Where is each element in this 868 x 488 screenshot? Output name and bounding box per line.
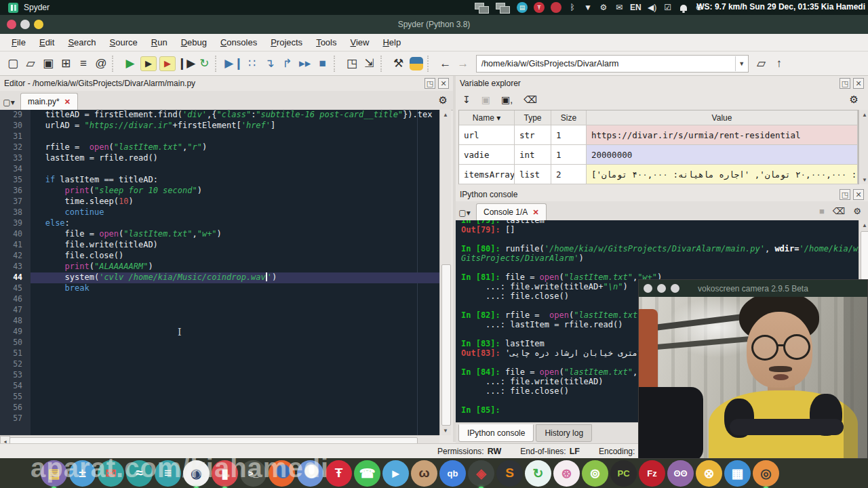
editor-vertical-scrollbar[interactable]: ▲ ▼ [439, 110, 451, 435]
code-line-42[interactable]: 42 file.close() [0, 251, 439, 262]
taskbar-aparat-icon[interactable]: Ŧ [326, 460, 352, 487]
menu-tools[interactable]: Tools [310, 35, 342, 49]
taskbar-gimp-icon[interactable]: ω [411, 460, 437, 487]
step-into-icon[interactable]: ↴ [261, 55, 279, 73]
window-layout-2-icon[interactable] [496, 2, 511, 13]
code-line-54[interactable]: 54 [0, 381, 439, 392]
save-icon[interactable]: ▣ [39, 55, 57, 73]
symbol-finder-icon[interactable]: @ [92, 55, 110, 73]
code-line-51[interactable]: 51 [0, 348, 439, 359]
code-line-43[interactable]: 43 print("ALAAAAARM") [0, 262, 439, 272]
save-all-icon[interactable]: ⊞ [57, 55, 75, 73]
taskbar-text-editor-icon[interactable]: ≡ [155, 460, 181, 487]
taskbar-filezilla-icon[interactable]: Fz [639, 460, 665, 487]
taskbar-media-player-icon[interactable]: ◎ [753, 460, 779, 487]
code-line-32[interactable]: 32 rfile = open("lastItem.txt","r") [0, 142, 439, 153]
language-indicator[interactable]: EN [630, 2, 642, 13]
taskbar-notes-icon[interactable]: ▤ [41, 460, 67, 487]
wifi-icon[interactable]: ▼ [583, 2, 593, 13]
code-line-40[interactable]: 40 file = open("lastItem.txt","w+") [0, 229, 439, 240]
taskbar-system-monitor-icon[interactable]: ≈ [126, 460, 153, 487]
file-switcher-icon[interactable]: ≡ [75, 55, 92, 73]
code-line-53[interactable]: 53 [0, 370, 439, 381]
code-line-41[interactable]: 41 file.write(titleAD) [0, 240, 439, 251]
editor-options-gear-icon[interactable]: ⚙ [439, 94, 448, 106]
continue-icon[interactable]: ▸▸ [296, 55, 314, 73]
menu-edit[interactable]: Edit [33, 35, 60, 49]
menu-search[interactable]: Search [62, 35, 102, 49]
varexp-scrollbar[interactable]: ▲ ▼ [859, 110, 868, 184]
taskbar-calculator-icon[interactable]: ± [69, 460, 96, 487]
run-icon[interactable]: ▶ [121, 55, 139, 73]
restart-kernel-icon[interactable]: ↻ [195, 55, 213, 73]
menu-projects[interactable]: Projects [264, 35, 309, 49]
notes-tray-icon[interactable]: ▤ [517, 2, 528, 13]
column-header-type[interactable]: Type [515, 110, 551, 125]
variable-value[interactable]: 20000000 [587, 145, 858, 165]
preferences-wrench-icon[interactable]: ⚒ [390, 55, 408, 73]
save-data-as-button[interactable]: ▣, [501, 94, 513, 105]
editor-tab-mainpy[interactable]: main.py* ✕ [20, 93, 78, 110]
varexp-undock-icon[interactable]: ◳ [840, 78, 850, 89]
code-editor[interactable]: 29 titleAD = firstElement.find('div',{"c… [0, 110, 439, 435]
taskbar-audio-recorder-icon[interactable]: ▮ [212, 460, 238, 487]
menu-file[interactable]: File [5, 35, 32, 49]
column-header-value[interactable]: Value [587, 110, 858, 125]
scroll-up-arrow[interactable]: ▲ [859, 220, 868, 230]
browse-tabs-button[interactable]: ▢▾ [0, 95, 18, 110]
code-line-36[interactable]: 36 print("sleep for 10 second") [0, 186, 439, 197]
variable-size[interactable]: 1 [551, 145, 587, 165]
stop-debug-icon[interactable]: ■ [314, 55, 332, 73]
editor-undock-icon[interactable]: ◳ [425, 78, 435, 89]
code-line-33[interactable]: 33 lastItem = rfile.read() [0, 153, 439, 164]
code-line-50[interactable]: 50 [0, 338, 439, 348]
remove-variables-button[interactable]: ⌫ [524, 94, 537, 105]
taskbar-telegram-icon[interactable]: ▶ [382, 460, 409, 487]
record-tray-icon[interactable] [551, 2, 561, 13]
tab-history-log[interactable]: History log [536, 424, 592, 442]
variable-type[interactable]: list [515, 165, 551, 184]
code-line-55[interactable]: 55 [0, 392, 439, 403]
code-line-37[interactable]: 37 time.sleep(10) [0, 197, 439, 207]
variable-size[interactable]: 2 [551, 165, 587, 184]
code-line-56[interactable]: 56 [0, 403, 439, 413]
menu-consoles[interactable]: Consoles [214, 35, 263, 49]
rerun-cell-icon[interactable]: ❙▶ [177, 55, 195, 73]
taskbar-android-icon[interactable]: ⊚ [582, 460, 608, 487]
taskbar-mail-icon[interactable]: ✉ [98, 460, 124, 487]
variable-row-itemsArray[interactable]: itemsArraylist2['ودیعه: ۲۰,۰۰۰,۰۰۰ تومان… [459, 165, 858, 184]
browse-directory-icon[interactable]: ▱ [753, 55, 770, 73]
settings-gear-icon[interactable]: ⚙ [599, 2, 608, 13]
step-return-icon[interactable]: ↱ [279, 55, 296, 73]
varexp-close-icon[interactable]: ✕ [853, 78, 864, 89]
new-file-icon[interactable]: ▢ [4, 55, 22, 73]
menu-view[interactable]: View [344, 35, 375, 49]
run-cell-icon[interactable]: ▶ [140, 56, 157, 71]
step-icon[interactable]: ∷ [243, 55, 261, 73]
maximize-pane-icon[interactable]: ◳ [343, 55, 361, 73]
debug-icon[interactable]: ▶❙ [224, 55, 243, 73]
variable-name[interactable]: url [459, 125, 515, 145]
console-undock-icon[interactable]: ◳ [840, 189, 850, 200]
webcam-title-bar[interactable]: vokoscreen camera 2.9.5 Beta [639, 280, 867, 297]
tab-close-icon[interactable]: ✕ [64, 98, 71, 106]
taskbar-pycharm-icon[interactable]: PC [610, 460, 637, 487]
parent-directory-icon[interactable]: ↑ [770, 55, 788, 73]
code-line-30[interactable]: 30 urlAD = "https://divar.ir"+firstEleme… [0, 121, 439, 131]
taskbar-atom-icon[interactable]: ⊛ [553, 460, 580, 487]
code-line-47[interactable]: 47 [0, 305, 439, 316]
code-line-49[interactable]: 49 [0, 327, 439, 338]
variable-size[interactable]: 1 [551, 125, 587, 145]
variable-name[interactable]: vadie [459, 145, 515, 165]
taskbar-chromium-icon[interactable] [297, 460, 323, 487]
mail-icon[interactable]: ✉ [614, 2, 624, 13]
menu-run[interactable]: Run [145, 35, 174, 49]
save-data-button[interactable]: ▣ [481, 94, 490, 105]
working-directory-input[interactable]: ▼ [476, 55, 749, 73]
menu-debug[interactable]: Debug [175, 35, 213, 49]
variable-name[interactable]: itemsArray [459, 165, 515, 184]
run-cell-advance-icon[interactable]: ▶ [159, 56, 176, 71]
code-line-45[interactable]: 45 break [0, 283, 439, 294]
clear-console-icon[interactable]: ⌫ [833, 206, 845, 216]
variable-type[interactable]: str [515, 125, 551, 145]
